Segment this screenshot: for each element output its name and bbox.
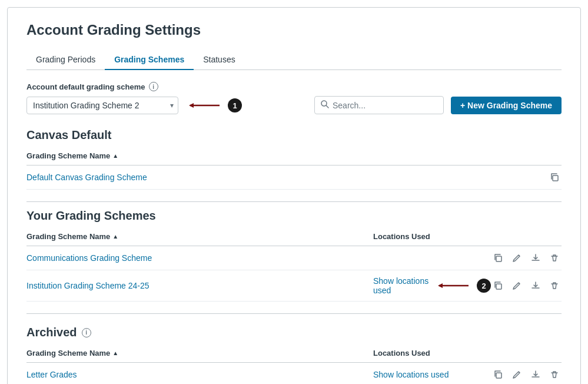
table-row: Letter Grades Show locations used <box>26 363 562 384</box>
annotation-1-group: 1 <box>184 98 242 112</box>
your-schemes-title: Your Grading Schemes <box>26 209 562 223</box>
delete-btn-1[interactable] <box>547 252 562 264</box>
scheme-link-institution-24-25[interactable]: Institution Grading Scheme 24-25 <box>26 281 373 290</box>
annotation-bubble-1: 1 <box>228 98 242 112</box>
svg-marker-7 <box>438 283 443 288</box>
edit-btn-1[interactable] <box>510 252 524 264</box>
svg-line-3 <box>326 105 328 108</box>
svg-rect-8 <box>496 284 501 289</box>
your-schemes-col-name: Grading Scheme Name ▲ <box>26 232 373 241</box>
archived-locations-col: Show locations used <box>373 370 491 379</box>
new-scheme-button[interactable]: + New Grading Scheme <box>451 97 562 114</box>
archived-title-row: Archived i <box>26 321 562 344</box>
svg-rect-4 <box>553 176 558 181</box>
your-schemes-col-locations: Locations Used <box>373 232 491 241</box>
canvas-default-scheme-link[interactable]: Default Canvas Grading Scheme <box>26 173 514 182</box>
table-row: Institution Grading Scheme 24-25 Show lo… <box>26 270 562 302</box>
archived-table-header: Grading Scheme Name ▲ Locations Used <box>26 344 562 363</box>
duplicate-btn-archived[interactable] <box>491 369 505 380</box>
row-actions-1 <box>491 252 562 264</box>
search-box <box>314 96 444 114</box>
svg-rect-5 <box>496 256 501 261</box>
table-row: Communications Grading Scheme <box>26 246 562 270</box>
archived-title: Archived <box>26 326 77 339</box>
default-scheme-select-wrapper: Institution Grading Scheme 2 Default Can… <box>26 97 178 114</box>
scheme-link-letter-grades[interactable]: Letter Grades <box>26 370 373 379</box>
default-scheme-section: Account default grading scheme i Institu… <box>26 82 562 114</box>
search-input[interactable] <box>333 101 437 110</box>
download-btn-archived[interactable] <box>529 369 543 380</box>
annotation-1-arrow-svg <box>184 100 225 111</box>
default-scheme-label: Account default grading scheme i <box>26 82 562 91</box>
select-annotation-group: Institution Grading Scheme 2 Default Can… <box>26 97 242 114</box>
locations-col-2: Show locations used 2 <box>373 276 491 295</box>
download-btn-1[interactable] <box>529 252 543 264</box>
canvas-default-table-header: Grading Scheme Name ▲ <box>26 147 562 165</box>
tab-grading-periods[interactable]: Grading Periods <box>26 50 105 70</box>
copy-button[interactable] <box>547 171 562 183</box>
duplicate-btn-2[interactable] <box>491 280 505 292</box>
delete-btn-2[interactable] <box>547 280 562 292</box>
edit-btn-archived[interactable] <box>510 369 524 380</box>
canvas-default-title: Canvas Default <box>26 128 562 142</box>
archived-section: Archived i Grading Scheme Name ▲ Locatio… <box>26 321 562 384</box>
download-btn-2[interactable] <box>529 280 543 292</box>
search-and-new: + New Grading Scheme <box>314 96 562 114</box>
svg-rect-9 <box>496 373 501 378</box>
delete-btn-archived[interactable] <box>547 369 562 380</box>
search-icon <box>321 100 329 110</box>
row-actions-2 <box>491 280 562 292</box>
scheme-link-communications[interactable]: Communications Grading Scheme <box>26 253 373 263</box>
table-row: Default Canvas Grading Scheme <box>26 165 562 190</box>
show-locations-link-letter[interactable]: Show locations used <box>373 370 449 379</box>
page-title: Account Grading Settings <box>26 22 562 38</box>
sort-icon-2: ▲ <box>112 233 118 240</box>
duplicate-btn-1[interactable] <box>491 252 505 264</box>
your-schemes-table-header: Grading Scheme Name ▲ Locations Used <box>26 227 562 246</box>
archived-row-actions <box>491 369 562 380</box>
edit-btn-2[interactable] <box>510 280 524 292</box>
sort-icon-3: ▲ <box>112 350 118 356</box>
tab-statuses[interactable]: Statuses <box>194 50 244 70</box>
sort-icon: ▲ <box>112 153 118 159</box>
section-divider-1 <box>26 201 562 202</box>
info-icon[interactable]: i <box>149 82 158 91</box>
archived-info-icon[interactable]: i <box>82 328 91 337</box>
section-divider-2 <box>26 313 562 314</box>
tabs-container: Grading Periods Grading Schemes Statuses <box>26 50 562 70</box>
annotation-bubble-2: 2 <box>477 279 491 293</box>
archived-col-locations: Locations Used <box>373 349 491 357</box>
annotation-2-arrow-svg <box>433 280 474 292</box>
canvas-default-row-actions <box>514 171 562 183</box>
page-wrapper: Account Grading Settings Grading Periods… <box>7 7 581 384</box>
controls-row: Institution Grading Scheme 2 Default Can… <box>26 96 562 114</box>
tab-grading-schemes[interactable]: Grading Schemes <box>105 50 194 70</box>
canvas-default-section: Canvas Default Grading Scheme Name ▲ Def… <box>26 128 562 190</box>
your-schemes-section: Your Grading Schemes Grading Scheme Name… <box>26 209 562 302</box>
canvas-col-header-name: Grading Scheme Name ▲ <box>26 151 514 160</box>
show-locations-link-institution[interactable]: Show locations used <box>373 276 430 295</box>
default-scheme-select[interactable]: Institution Grading Scheme 2 Default Can… <box>26 97 178 114</box>
archived-col-name: Grading Scheme Name ▲ <box>26 349 373 357</box>
annotation-2-group: 2 <box>433 279 491 293</box>
svg-marker-1 <box>189 103 194 108</box>
